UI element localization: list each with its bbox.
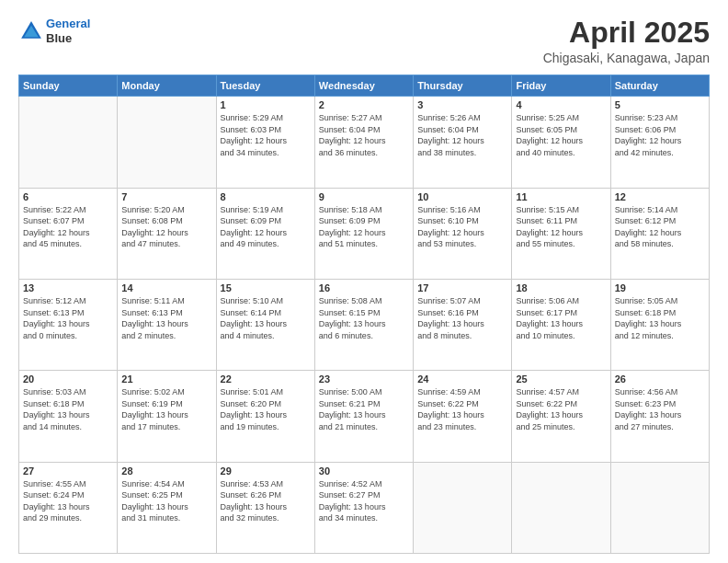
day-number: 18 [516, 282, 606, 293]
header: General Blue April 2025 Chigasaki, Kanag… [18, 17, 710, 65]
table-row: 23Sunrise: 5:00 AM Sunset: 6:21 PM Dayli… [314, 371, 413, 462]
col-friday: Friday [512, 75, 610, 97]
table-row: 16Sunrise: 5:08 AM Sunset: 6:15 PM Dayli… [314, 279, 413, 370]
table-row: 4Sunrise: 5:25 AM Sunset: 6:05 PM Daylig… [512, 97, 610, 188]
day-info: Sunrise: 4:57 AM Sunset: 6:22 PM Dayligh… [516, 386, 606, 432]
day-number: 13 [23, 282, 113, 293]
day-number: 4 [516, 99, 606, 110]
col-thursday: Thursday [414, 75, 512, 97]
month-year: April 2025 [543, 17, 710, 49]
day-number: 14 [121, 282, 211, 293]
day-info: Sunrise: 5:08 AM Sunset: 6:15 PM Dayligh… [319, 295, 409, 341]
calendar-week-row: 13Sunrise: 5:12 AM Sunset: 6:13 PM Dayli… [19, 279, 710, 370]
table-row: 9Sunrise: 5:18 AM Sunset: 6:09 PM Daylig… [314, 188, 413, 279]
day-number: 8 [221, 191, 311, 202]
table-row: 10Sunrise: 5:16 AM Sunset: 6:10 PM Dayli… [414, 188, 512, 279]
table-row: 15Sunrise: 5:10 AM Sunset: 6:14 PM Dayli… [216, 279, 314, 370]
table-row: 6Sunrise: 5:22 AM Sunset: 6:07 PM Daylig… [19, 188, 118, 279]
day-info: Sunrise: 5:11 AM Sunset: 6:13 PM Dayligh… [121, 295, 211, 341]
day-number: 25 [516, 373, 606, 385]
day-info: Sunrise: 5:01 AM Sunset: 6:20 PM Dayligh… [221, 386, 311, 432]
day-number: 3 [417, 99, 507, 110]
table-row: 29Sunrise: 4:53 AM Sunset: 6:26 PM Dayli… [216, 462, 314, 553]
col-sunday: Sunday [19, 75, 118, 97]
calendar-header-row: Sunday Monday Tuesday Wednesday Thursday… [19, 75, 710, 97]
table-row: 3Sunrise: 5:26 AM Sunset: 6:04 PM Daylig… [414, 97, 512, 188]
day-number: 19 [615, 282, 705, 293]
day-info: Sunrise: 5:03 AM Sunset: 6:18 PM Dayligh… [23, 386, 113, 432]
table-row: 13Sunrise: 5:12 AM Sunset: 6:13 PM Dayli… [19, 279, 118, 370]
table-row [610, 462, 709, 553]
calendar-table: Sunday Monday Tuesday Wednesday Thursday… [18, 75, 710, 554]
day-number: 21 [121, 373, 211, 385]
day-number: 30 [319, 465, 409, 477]
day-info: Sunrise: 5:19 AM Sunset: 6:09 PM Dayligh… [221, 204, 311, 250]
day-number: 9 [319, 191, 409, 202]
table-row: 24Sunrise: 4:59 AM Sunset: 6:22 PM Dayli… [414, 371, 512, 462]
day-info: Sunrise: 5:16 AM Sunset: 6:10 PM Dayligh… [417, 204, 507, 250]
day-number: 29 [221, 465, 311, 477]
table-row: 11Sunrise: 5:15 AM Sunset: 6:11 PM Dayli… [512, 188, 610, 279]
table-row: 7Sunrise: 5:20 AM Sunset: 6:08 PM Daylig… [118, 188, 216, 279]
col-monday: Monday [118, 75, 216, 97]
day-info: Sunrise: 5:07 AM Sunset: 6:16 PM Dayligh… [417, 295, 507, 341]
day-number: 15 [221, 282, 311, 293]
day-number: 20 [23, 373, 113, 385]
table-row: 12Sunrise: 5:14 AM Sunset: 6:12 PM Dayli… [610, 188, 709, 279]
table-row: 8Sunrise: 5:19 AM Sunset: 6:09 PM Daylig… [216, 188, 314, 279]
day-number: 17 [417, 282, 507, 293]
day-info: Sunrise: 4:55 AM Sunset: 6:24 PM Dayligh… [23, 478, 113, 524]
day-info: Sunrise: 4:52 AM Sunset: 6:27 PM Dayligh… [319, 478, 409, 524]
day-info: Sunrise: 5:29 AM Sunset: 6:03 PM Dayligh… [221, 112, 311, 158]
day-number: 28 [121, 465, 211, 477]
day-number: 27 [23, 465, 113, 477]
table-row [118, 97, 216, 188]
day-info: Sunrise: 5:18 AM Sunset: 6:09 PM Dayligh… [319, 204, 409, 250]
table-row: 21Sunrise: 5:02 AM Sunset: 6:19 PM Dayli… [118, 371, 216, 462]
table-row: 28Sunrise: 4:54 AM Sunset: 6:25 PM Dayli… [118, 462, 216, 553]
day-number: 26 [615, 373, 705, 385]
table-row: 5Sunrise: 5:23 AM Sunset: 6:06 PM Daylig… [610, 97, 709, 188]
day-info: Sunrise: 5:20 AM Sunset: 6:08 PM Dayligh… [121, 204, 211, 250]
day-number: 6 [23, 191, 113, 202]
day-info: Sunrise: 5:23 AM Sunset: 6:06 PM Dayligh… [615, 112, 705, 158]
day-info: Sunrise: 5:26 AM Sunset: 6:04 PM Dayligh… [417, 112, 507, 158]
calendar-week-row: 20Sunrise: 5:03 AM Sunset: 6:18 PM Dayli… [19, 371, 710, 462]
day-number: 24 [417, 373, 507, 385]
day-info: Sunrise: 5:05 AM Sunset: 6:18 PM Dayligh… [615, 295, 705, 341]
day-info: Sunrise: 5:10 AM Sunset: 6:14 PM Dayligh… [221, 295, 311, 341]
calendar-week-row: 6Sunrise: 5:22 AM Sunset: 6:07 PM Daylig… [19, 188, 710, 279]
day-info: Sunrise: 5:25 AM Sunset: 6:05 PM Dayligh… [516, 112, 606, 158]
calendar-week-row: 1Sunrise: 5:29 AM Sunset: 6:03 PM Daylig… [19, 97, 710, 188]
table-row: 25Sunrise: 4:57 AM Sunset: 6:22 PM Dayli… [512, 371, 610, 462]
logo: General Blue [18, 17, 90, 45]
day-info: Sunrise: 5:00 AM Sunset: 6:21 PM Dayligh… [319, 386, 409, 432]
table-row: 27Sunrise: 4:55 AM Sunset: 6:24 PM Dayli… [19, 462, 118, 553]
day-info: Sunrise: 5:14 AM Sunset: 6:12 PM Dayligh… [615, 204, 705, 250]
day-number: 11 [516, 191, 606, 202]
calendar-week-row: 27Sunrise: 4:55 AM Sunset: 6:24 PM Dayli… [19, 462, 710, 553]
day-info: Sunrise: 4:59 AM Sunset: 6:22 PM Dayligh… [417, 386, 507, 432]
day-info: Sunrise: 5:15 AM Sunset: 6:11 PM Dayligh… [516, 204, 606, 250]
table-row: 20Sunrise: 5:03 AM Sunset: 6:18 PM Dayli… [19, 371, 118, 462]
day-number: 12 [615, 191, 705, 202]
table-row: 30Sunrise: 4:52 AM Sunset: 6:27 PM Dayli… [314, 462, 413, 553]
table-row: 19Sunrise: 5:05 AM Sunset: 6:18 PM Dayli… [610, 279, 709, 370]
table-row: 26Sunrise: 4:56 AM Sunset: 6:23 PM Dayli… [610, 371, 709, 462]
logo-line1: General [46, 17, 90, 30]
day-number: 2 [319, 99, 409, 110]
day-info: Sunrise: 5:06 AM Sunset: 6:17 PM Dayligh… [516, 295, 606, 341]
page: General Blue April 2025 Chigasaki, Kanag… [0, 0, 728, 563]
col-wednesday: Wednesday [314, 75, 413, 97]
day-number: 5 [615, 99, 705, 110]
day-info: Sunrise: 4:54 AM Sunset: 6:25 PM Dayligh… [121, 478, 211, 524]
day-info: Sunrise: 5:22 AM Sunset: 6:07 PM Dayligh… [23, 204, 113, 250]
location: Chigasaki, Kanagawa, Japan [543, 51, 710, 65]
title-block: April 2025 Chigasaki, Kanagawa, Japan [543, 17, 710, 65]
table-row [19, 97, 118, 188]
table-row [512, 462, 610, 553]
table-row: 17Sunrise: 5:07 AM Sunset: 6:16 PM Dayli… [414, 279, 512, 370]
logo-text: General Blue [46, 17, 90, 45]
day-number: 7 [121, 191, 211, 202]
logo-icon [18, 18, 44, 44]
